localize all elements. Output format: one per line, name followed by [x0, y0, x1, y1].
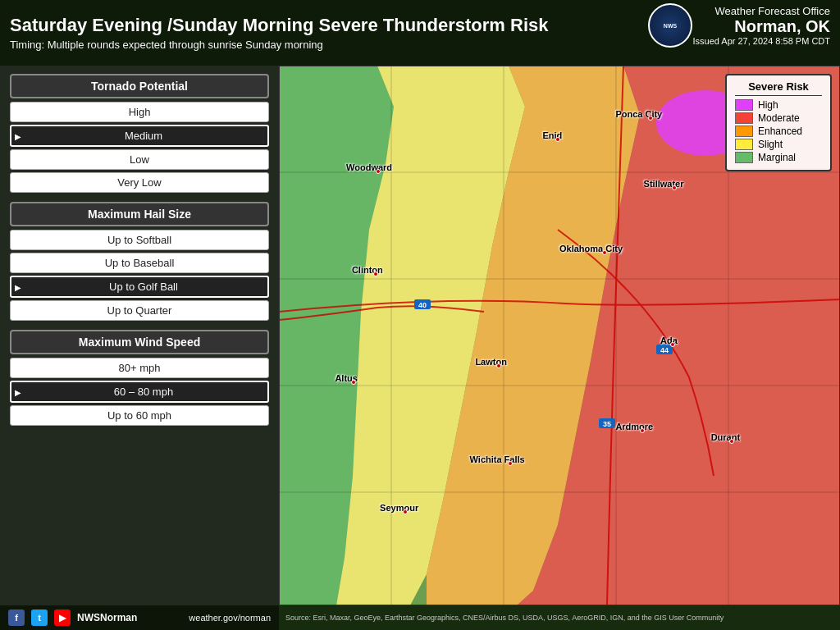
city-dot-stillwater — [672, 185, 677, 190]
city-wichita-falls: Wichita Falls — [470, 454, 525, 464]
svg-text:44: 44 — [660, 346, 669, 354]
hail-title: Maximum Hail Size — [10, 202, 269, 226]
hail-baseball[interactable]: Up to Baseball — [10, 253, 269, 273]
risk-legend-title: Severe Risk — [735, 80, 822, 96]
social-handle: NWSNorman — [77, 612, 137, 623]
city-durant: Durant — [711, 432, 740, 442]
wind-60minus[interactable]: Up to 60 mph — [10, 405, 269, 426]
city-ardmore: Ardmore — [615, 422, 653, 431]
hail-golf-ball[interactable]: Up to Golf Ball — [10, 276, 269, 298]
city-woodward: Woodward — [346, 162, 392, 172]
wind-80plus[interactable]: 80+ mph — [10, 358, 269, 378]
issued-label: Issued Apr 27, 2024 8:58 PM CDT — [692, 36, 830, 46]
risk-item-moderate: Moderate — [735, 112, 822, 124]
left-panel: Tornado Potential High Medium Low Very L… — [0, 66, 279, 605]
city-okc: Oklahoma City — [559, 244, 623, 253]
city-clinton: Clinton — [352, 265, 383, 275]
wind-60-80[interactable]: 60 – 80 mph — [10, 381, 269, 403]
twitter-icon[interactable]: t — [31, 609, 48, 626]
city-dot-wichita-falls — [508, 461, 513, 466]
wind-title: Maximum Wind Speed — [10, 330, 269, 354]
header: Saturday Evening /Sunday Morning Severe … — [0, 0, 840, 66]
risk-color-marginal — [735, 152, 753, 163]
risk-legend: Severe Risk High Moderate Enhanced Sligh… — [725, 74, 832, 171]
youtube-icon[interactable]: ▶ — [54, 609, 71, 626]
city-ponca-city: Ponca City — [615, 109, 662, 119]
map-area: 40 35 44 Woodward Enid Ponca City Stillw… — [279, 66, 840, 605]
main-container: Saturday Evening /Sunday Morning Severe … — [0, 0, 840, 630]
header-right: Weather Forecast Office Norman, OK Issue… — [692, 5, 830, 46]
risk-item-high: High — [735, 99, 822, 111]
tornado-title: Tornado Potential — [10, 74, 269, 98]
tornado-medium[interactable]: Medium — [10, 125, 269, 147]
tornado-very-low[interactable]: Very Low — [10, 172, 269, 193]
city-stillwater: Stillwater — [644, 179, 684, 189]
hail-softball[interactable]: Up to Softball — [10, 230, 269, 250]
risk-color-moderate — [735, 112, 753, 124]
source-bar: Source: Esri, Maxar, GeoEye, Earthstar G… — [279, 605, 840, 630]
hail-quarter[interactable]: Up to Quarter — [10, 300, 269, 321]
location-label: Norman, OK — [692, 17, 830, 36]
risk-color-enhanced — [735, 126, 753, 137]
nws-logo: NWS — [648, 3, 692, 48]
source-text: Source: Esri, Maxar, GeoEye, Earthstar G… — [285, 614, 724, 622]
city-lawton: Lawton — [475, 357, 507, 367]
risk-item-slight: Slight — [735, 139, 822, 150]
svg-text:40: 40 — [418, 301, 427, 309]
risk-item-marginal: Marginal — [735, 152, 822, 163]
city-seymour: Seymour — [380, 503, 418, 513]
risk-color-high — [735, 99, 753, 111]
map-background: 40 35 44 Woodward Enid Ponca City Stillw… — [279, 66, 840, 605]
facebook-icon[interactable]: f — [8, 609, 25, 626]
risk-item-enhanced: Enhanced — [735, 126, 822, 137]
website-url[interactable]: weather.gov/norman — [189, 613, 271, 623]
social-bar: f t ▶ NWSNorman weather.gov/norman — [0, 605, 279, 630]
svg-text:35: 35 — [603, 420, 611, 428]
tornado-high[interactable]: High — [10, 102, 269, 122]
office-label: Weather Forecast Office — [692, 5, 830, 17]
tornado-low[interactable]: Low — [10, 149, 269, 170]
risk-color-slight — [735, 139, 753, 150]
